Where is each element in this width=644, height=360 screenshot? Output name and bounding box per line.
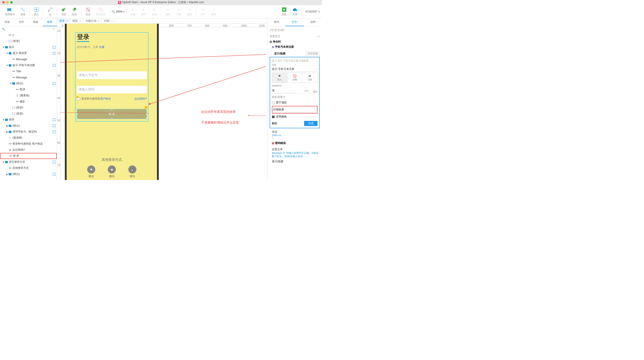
tab-page[interactable]: 页面: [0, 18, 14, 26]
cloud-icon: [292, 7, 298, 12]
point-button[interactable]: 点: [45, 7, 56, 16]
agree-checkbox[interactable]: [77, 97, 80, 101]
animate-select[interactable]: 无: [272, 88, 300, 93]
outline-item[interactable]: ▼其它登录方式: [0, 159, 57, 165]
expand-icon[interactable]: ⤢: [318, 35, 320, 38]
login-button[interactable]: 登 录: [77, 109, 147, 119]
send-back-button[interactable]: 底层: [69, 7, 80, 16]
canvas-tab[interactable]: 功能介绍✕: [84, 18, 102, 24]
svg-rect-10: [73, 9, 75, 11]
connect-button[interactable]: 连接: [18, 7, 28, 16]
outline-item[interactable]: ▶(组合): [0, 171, 57, 177]
play-icon: [282, 7, 287, 12]
case-phone-unreg[interactable]: 手机号未来注册: [270, 44, 320, 50]
phone-input[interactable]: 请输入手机号: [77, 71, 147, 79]
toolbar: 选择模式 连接 插入 点 顶层 底层 组合 取消组合 🔍 100% ▾ ▯左侧 …: [0, 5, 322, 18]
bring-front-button[interactable]: 顶层: [58, 7, 69, 16]
align-top-button: ▭顶部: [162, 7, 173, 16]
weibo-icon[interactable]: ◉微信: [108, 165, 116, 178]
target-select[interactable]: 提示-手机号未注册⌄: [272, 67, 318, 72]
svg-rect-0: [8, 8, 8, 11]
align-middle-button: ▭中部: [173, 7, 184, 16]
outline-item[interactable]: 取消: [0, 86, 57, 92]
close-icon[interactable]: [2, 1, 5, 4]
seg-show[interactable]: 👁显示: [272, 73, 287, 83]
align-right-button: ▯右侧: [149, 7, 160, 16]
forgot-link[interactable]: 忘记密码?: [134, 97, 147, 101]
delete-action[interactable]: 删除: [272, 122, 277, 125]
outline-item[interactable]: ▶填写手机号、验证码: [0, 129, 57, 135]
outline-item[interactable]: Title: [0, 68, 57, 74]
group-icon: [86, 7, 91, 12]
tab-master[interactable]: 母版: [28, 18, 43, 26]
share-button[interactable]: 共享: [290, 7, 300, 16]
outline-item[interactable]: (矩形): [0, 105, 57, 111]
layer-bottom-icon: [72, 7, 77, 12]
minimize-icon[interactable]: [6, 1, 9, 4]
outline-item[interactable]: A其他登录方式: [0, 165, 57, 171]
outline-item[interactable]: 登 录: [0, 153, 57, 159]
outline-item[interactable]: 确定: [0, 98, 57, 105]
register-link[interactable]: 注册: [99, 46, 104, 49]
outline-item[interactable]: ▶(组合): [0, 123, 57, 129]
outline-item[interactable]: (矩形): [0, 111, 57, 117]
outline-item[interactable]: 登录即代表同意 用户协议: [0, 141, 57, 147]
add-target-button[interactable]: 添加目标: [306, 51, 320, 56]
filter-icon[interactable]: ▽: [53, 28, 55, 31]
shape-interact-label: 形状交互⤢: [270, 35, 320, 38]
canvas-tab[interactable]: 登录✕: [57, 18, 70, 24]
bring-to-top-check[interactable]: 置于顶层: [272, 101, 318, 105]
shape-name-input[interactable]: (矩形名称): [270, 28, 320, 32]
seg-hide[interactable]: 🚫隐藏: [287, 73, 302, 83]
phone-frame: 登录 还没有帐号，立即 注册 请输入手机号 请输入密码 登录即代表同意 用户协议…: [65, 24, 159, 180]
maximize-icon[interactable]: [10, 1, 13, 4]
select-icon: [7, 7, 12, 12]
qq-icon[interactable]: 🐧微信: [128, 165, 136, 178]
outline-item[interactable]: A忘记密码?: [0, 147, 57, 153]
select-mode-button[interactable]: 选择模式: [2, 7, 18, 16]
outline-item[interactable]: Message: [0, 74, 57, 80]
search-icon: 🔍: [112, 10, 115, 13]
tab-style[interactable]: 样式: [268, 18, 286, 26]
group-button[interactable]: 组合: [83, 7, 94, 16]
svg-rect-6: [48, 11, 49, 12]
bg-color-check[interactable]: 背景颜色: [272, 115, 318, 119]
action-show-hide[interactable]: 显示/隐藏 添加目标: [270, 51, 320, 56]
outline-search[interactable]: 🔍 ▽: [0, 27, 57, 32]
zoom-control[interactable]: 🔍 100% ▾: [112, 10, 124, 13]
preview-button[interactable]: 预览: [279, 7, 290, 16]
done-button[interactable]: 完成: [304, 121, 318, 126]
window-controls: [0, 1, 13, 4]
outline-item[interactable]: 2: [0, 32, 57, 38]
app-icon: X: [118, 1, 121, 4]
canvas[interactable]: 登录 还没有帐号，立即 注册 请输入手机号 请输入密码 登录即代表同意 用户协议…: [60, 27, 267, 180]
canvas-tab[interactable]: 扫码✕: [102, 18, 115, 24]
more-options[interactable]: 更多选项 ▾: [272, 95, 318, 99]
tab-outline[interactable]: 概要: [43, 18, 57, 26]
outline-item[interactable]: ▼提示: [0, 44, 57, 50]
case-pwd-error[interactable]: 密码错误: [270, 141, 320, 146]
animate-duration[interactable]: 100: [301, 89, 311, 93]
tab-interact[interactable]: 交互•: [286, 18, 304, 26]
canvas-tab[interactable]: 框架✕: [70, 18, 84, 24]
outline-item[interactable]: (垂直线): [0, 92, 57, 98]
tab-widget[interactable]: 元件: [14, 18, 28, 26]
outline-item[interactable]: ▼提示-手机号未注册: [0, 62, 57, 68]
outline-item[interactable]: ▼(组合): [0, 80, 57, 86]
wechat-icon[interactable]: ✱微信: [87, 165, 95, 178]
lightbox-select[interactable]: 灯箱效果⌄: [272, 106, 318, 113]
user-menu[interactable]: 47262947 ▾: [306, 10, 320, 13]
outline-item[interactable]: ▼登录: [0, 117, 57, 123]
outline-item[interactable]: ▼提示-黑背景: [0, 50, 57, 56]
password-input[interactable]: 请输入密码: [77, 86, 147, 93]
seg-toggle[interactable]: ⇄切换: [302, 73, 317, 83]
visibility-segment[interactable]: 👁显示 🚫隐藏 ⇄切换: [272, 73, 318, 83]
outline-item[interactable]: (矩形): [0, 38, 57, 44]
outline-item[interactable]: Message: [0, 56, 57, 62]
agreement-link[interactable]: 用户协议: [100, 97, 111, 101]
align-center-button: ▯居中: [138, 7, 149, 16]
outline-item[interactable]: ✓(复选框): [0, 135, 57, 141]
insert-button[interactable]: 插入: [31, 7, 42, 16]
event-onclick[interactable]: 单击时: [270, 39, 320, 44]
tab-note[interactable]: 说明: [304, 18, 322, 26]
